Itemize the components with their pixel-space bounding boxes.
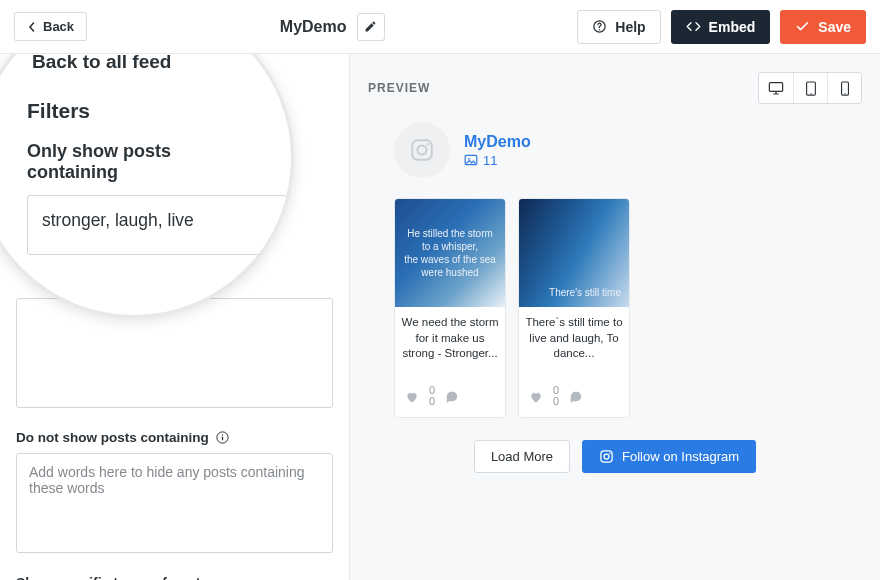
load-more-button[interactable]: Load More <box>474 440 570 473</box>
code-icon <box>686 19 701 34</box>
svg-point-14 <box>468 158 470 160</box>
device-mobile-tab[interactable] <box>827 73 861 103</box>
svg-point-1 <box>599 29 600 30</box>
svg-point-17 <box>609 452 611 454</box>
post-card[interactable]: He stilled the storm to a whisper, the w… <box>394 198 506 418</box>
profile-postcount[interactable]: 11 <box>464 153 531 168</box>
top-bar: Back MyDemo Help Embed Save <box>0 0 880 54</box>
post-overlay-text: He stilled the storm to a whisper, the w… <box>395 199 505 307</box>
post-footer: 0 0 <box>519 379 629 417</box>
only-show-label: Only show posts containing <box>27 141 255 183</box>
mag-back-line: Back to all feed <box>32 54 260 73</box>
avatar <box>394 122 450 178</box>
main: Back to all feed Filters Only show posts… <box>0 54 880 580</box>
sidebar: Back to all feed Filters Only show posts… <box>0 54 350 580</box>
profile-text: MyDemo 11 <box>464 133 531 168</box>
preview-actions: Load More Follow on Instagram <box>368 440 862 473</box>
help-icon <box>592 19 607 34</box>
only-show-input[interactable]: stronger, laugh, live <box>27 195 287 255</box>
title-wrap: MyDemo <box>87 13 577 41</box>
likes-count: 0 0 <box>553 385 559 407</box>
tablet-icon <box>805 81 817 96</box>
post-footer: 0 0 <box>395 379 505 417</box>
device-tablet-tab[interactable] <box>793 73 827 103</box>
svg-rect-15 <box>601 451 612 462</box>
feed-title: MyDemo <box>280 18 347 36</box>
types-heading: Show specific types of posts <box>16 575 333 580</box>
save-button[interactable]: Save <box>780 10 866 44</box>
post-image: There's still time <box>519 199 629 307</box>
svg-point-9 <box>844 92 845 93</box>
svg-point-11 <box>417 145 426 154</box>
preview-heading: PREVIEW <box>368 81 430 95</box>
include-words-textarea[interactable] <box>16 298 333 408</box>
follow-label: Follow on Instagram <box>622 449 739 464</box>
check-icon <box>795 19 810 34</box>
mobile-icon <box>840 81 850 96</box>
heart-icon[interactable] <box>529 390 543 403</box>
profile-name[interactable]: MyDemo <box>464 133 531 151</box>
post-image: He stilled the storm to a whisper, the w… <box>395 199 505 307</box>
post-overlay-text: There's still time <box>519 199 629 307</box>
svg-point-12 <box>427 143 429 145</box>
exclude-label: Do not show posts containing <box>16 430 209 445</box>
svg-point-4 <box>222 434 223 435</box>
image-icon <box>464 154 478 166</box>
desktop-icon <box>768 81 784 95</box>
svg-point-16 <box>604 454 609 459</box>
back-label: Back <box>43 19 74 34</box>
chevron-left-icon <box>27 22 37 32</box>
preview-head: PREVIEW <box>368 72 862 104</box>
back-button[interactable]: Back <box>14 12 87 41</box>
filters-heading: Filters <box>27 99 255 123</box>
comment-icon[interactable] <box>445 390 459 403</box>
edit-title-button[interactable] <box>357 13 385 41</box>
exclude-label-row: Do not show posts containing <box>16 430 333 445</box>
pencil-icon <box>364 20 377 33</box>
save-label: Save <box>818 19 851 35</box>
svg-rect-3 <box>222 437 223 441</box>
device-desktop-tab[interactable] <box>759 73 793 103</box>
svg-point-7 <box>810 92 811 93</box>
likes-count: 0 0 <box>429 385 435 407</box>
comment-icon[interactable] <box>569 390 583 403</box>
follow-button[interactable]: Follow on Instagram <box>582 440 756 473</box>
top-actions: Help Embed Save <box>577 10 866 44</box>
embed-label: Embed <box>709 19 756 35</box>
help-button[interactable]: Help <box>577 10 660 44</box>
embed-button[interactable]: Embed <box>671 10 771 44</box>
exclude-words-textarea[interactable] <box>16 453 333 553</box>
post-cards: He stilled the storm to a whisper, the w… <box>394 198 862 418</box>
help-label: Help <box>615 19 645 35</box>
info-icon[interactable] <box>215 430 230 445</box>
instagram-icon <box>599 449 614 464</box>
profile-header: MyDemo 11 <box>394 122 862 178</box>
post-caption: We need the storm for it make us strong … <box>395 307 505 379</box>
instagram-icon <box>409 137 435 163</box>
preview-pane: PREVIEW MyDemo 11 <box>350 54 880 580</box>
svg-rect-10 <box>412 140 432 160</box>
post-card[interactable]: There's still time There`s still time to… <box>518 198 630 418</box>
post-caption: There`s still time to live and laugh, To… <box>519 307 629 379</box>
device-tabs <box>758 72 862 104</box>
svg-rect-5 <box>769 83 782 92</box>
heart-icon[interactable] <box>405 390 419 403</box>
